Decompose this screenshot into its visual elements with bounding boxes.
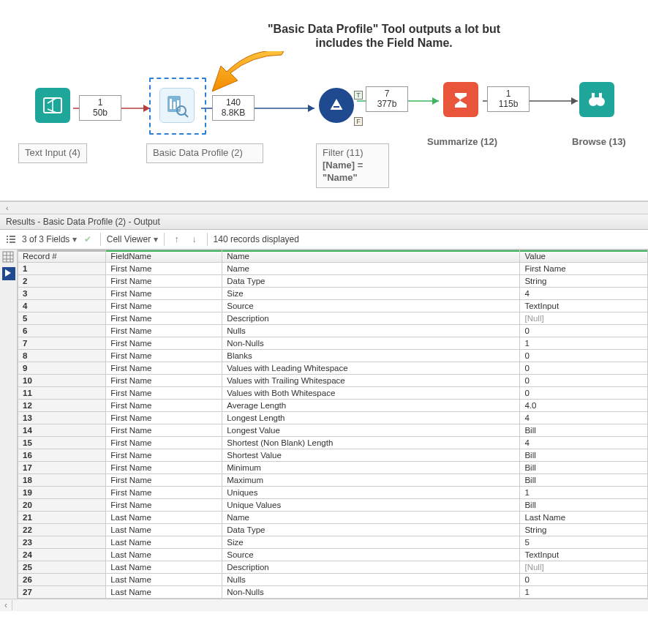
cell-name[interactable]: Values with Leading Whitespace: [222, 362, 520, 375]
table-row[interactable]: 14First NameLongest ValueBill: [18, 424, 648, 437]
cell-fieldname[interactable]: First Name: [106, 449, 222, 462]
cell-value[interactable]: 1: [520, 586, 648, 599]
cell-name[interactable]: Average Length: [222, 400, 520, 412]
scroll-left-icon[interactable]: ‹: [0, 600, 12, 610]
cell-fieldname[interactable]: First Name: [106, 325, 222, 337]
list-icon[interactable]: [4, 233, 18, 246]
cell-fieldname[interactable]: First Name: [106, 337, 222, 350]
cell-value[interactable]: Bill: [520, 499, 648, 512]
cell-value[interactable]: Last Name: [520, 512, 648, 524]
table-row[interactable]: 23Last NameSize5: [18, 536, 648, 549]
cell-name[interactable]: Size: [222, 536, 520, 549]
cell-value[interactable]: String: [520, 524, 648, 536]
cell-name[interactable]: Longest Value: [222, 424, 520, 437]
cell-fieldname[interactable]: First Name: [106, 474, 222, 487]
cell-fieldname[interactable]: First Name: [106, 487, 222, 499]
table-row[interactable]: 24Last NameSourceTextInput: [18, 549, 648, 561]
table-row[interactable]: 10First NameValues with Trailing Whitesp…: [18, 375, 648, 387]
canvas-horizontal-scroll[interactable]: ‹: [0, 201, 648, 214]
cell-name[interactable]: Source: [222, 549, 520, 561]
cell-value[interactable]: Bill: [520, 474, 648, 487]
cell-value[interactable]: 0: [520, 574, 648, 586]
cell-name[interactable]: Nulls: [222, 574, 520, 586]
cell-name[interactable]: Nulls: [222, 325, 520, 337]
tool-summarize[interactable]: [443, 82, 478, 117]
table-row[interactable]: 13First NameLongest Length4: [18, 412, 648, 424]
table-row[interactable]: 3First NameSize4: [18, 288, 648, 300]
tool-browse[interactable]: [579, 82, 614, 117]
cell-value[interactable]: 0: [520, 375, 648, 387]
cell-fieldname[interactable]: First Name: [106, 424, 222, 437]
cell-name[interactable]: Name: [222, 512, 520, 524]
cell-fieldname[interactable]: First Name: [106, 400, 222, 412]
cell-value[interactable]: Bill: [520, 449, 648, 462]
cell-value[interactable]: String: [520, 275, 648, 288]
results-grid[interactable]: Record # FieldName Name Value 1First Nam…: [18, 250, 648, 599]
cell-value[interactable]: 4: [520, 437, 648, 449]
table-row[interactable]: 18First NameMaximumBill: [18, 474, 648, 487]
col-name[interactable]: Name: [222, 250, 520, 263]
cell-name[interactable]: Minimum: [222, 462, 520, 474]
col-value[interactable]: Value: [520, 250, 648, 263]
cell-name[interactable]: Source: [222, 300, 520, 312]
cell-name[interactable]: Data Type: [222, 524, 520, 536]
table-row[interactable]: 22Last NameData TypeString: [18, 524, 648, 536]
cell-value[interactable]: 1: [520, 487, 648, 499]
cell-fieldname[interactable]: First Name: [106, 462, 222, 474]
table-row[interactable]: 19First NameUniques1: [18, 487, 648, 499]
cell-value[interactable]: [Null]: [520, 561, 648, 574]
cell-fieldname[interactable]: First Name: [106, 362, 222, 375]
cell-name[interactable]: Data Type: [222, 275, 520, 288]
cell-fieldname[interactable]: First Name: [106, 387, 222, 400]
cell-fieldname[interactable]: First Name: [106, 499, 222, 512]
cell-value[interactable]: 0: [520, 387, 648, 400]
cell-name[interactable]: Shortest (Non Blank) Length: [222, 437, 520, 449]
cell-name[interactable]: Unique Values: [222, 499, 520, 512]
table-row[interactable]: 1First NameNameFirst Name: [18, 263, 648, 275]
cell-value[interactable]: 0: [520, 325, 648, 337]
cell-fieldname[interactable]: Last Name: [106, 574, 222, 586]
table-row[interactable]: 26Last NameNulls0: [18, 574, 648, 586]
table-row[interactable]: 17First NameMinimumBill: [18, 462, 648, 474]
arrow-up-icon[interactable]: ↑: [170, 233, 184, 246]
cell-name[interactable]: Description: [222, 312, 520, 325]
cell-name[interactable]: Non-Nulls: [222, 586, 520, 599]
cell-fieldname[interactable]: First Name: [106, 263, 222, 275]
table-row[interactable]: 6First NameNulls0: [18, 325, 648, 337]
cell-fieldname[interactable]: First Name: [106, 275, 222, 288]
cell-viewer-dropdown[interactable]: Cell Viewer: [107, 234, 158, 244]
table-row[interactable]: 7First NameNon-Nulls1: [18, 337, 648, 350]
cell-value[interactable]: [Null]: [520, 312, 648, 325]
cell-fieldname[interactable]: Last Name: [106, 549, 222, 561]
cell-name[interactable]: Longest Length: [222, 412, 520, 424]
fields-dropdown[interactable]: 3 of 3 Fields: [22, 234, 77, 244]
table-row[interactable]: 11First NameValues with Both Whitespace0: [18, 387, 648, 400]
cell-fieldname[interactable]: First Name: [106, 312, 222, 325]
cell-fieldname[interactable]: Last Name: [106, 536, 222, 549]
results-horizontal-scroll[interactable]: ‹: [0, 599, 648, 611]
cell-value[interactable]: TextInput: [520, 300, 648, 312]
cell-name[interactable]: Non-Nulls: [222, 337, 520, 350]
cell-fieldname[interactable]: Last Name: [106, 512, 222, 524]
cell-fieldname[interactable]: Last Name: [106, 561, 222, 574]
cell-value[interactable]: 4.0: [520, 400, 648, 412]
table-row[interactable]: 5First NameDescription[Null]: [18, 312, 648, 325]
table-row[interactable]: 25Last NameDescription[Null]: [18, 561, 648, 574]
table-icon[interactable]: [2, 251, 15, 264]
table-row[interactable]: 9First NameValues with Leading Whitespac…: [18, 362, 648, 375]
cell-value[interactable]: 4: [520, 412, 648, 424]
cell-fieldname[interactable]: First Name: [106, 300, 222, 312]
tool-filter[interactable]: [319, 88, 354, 123]
table-row[interactable]: 2First NameData TypeString: [18, 275, 648, 288]
table-row[interactable]: 16First NameShortest ValueBill: [18, 449, 648, 462]
cell-value[interactable]: First Name: [520, 263, 648, 275]
table-row[interactable]: 4First NameSourceTextInput: [18, 300, 648, 312]
cell-name[interactable]: Values with Trailing Whitespace: [222, 375, 520, 387]
cell-fieldname[interactable]: Last Name: [106, 586, 222, 599]
col-record-num[interactable]: Record #: [18, 250, 106, 263]
cell-value[interactable]: TextInput: [520, 549, 648, 561]
cell-fieldname[interactable]: First Name: [106, 350, 222, 362]
cell-value[interactable]: 5: [520, 536, 648, 549]
table-row[interactable]: 12First NameAverage Length4.0: [18, 400, 648, 412]
tool-text-input[interactable]: [35, 88, 70, 123]
